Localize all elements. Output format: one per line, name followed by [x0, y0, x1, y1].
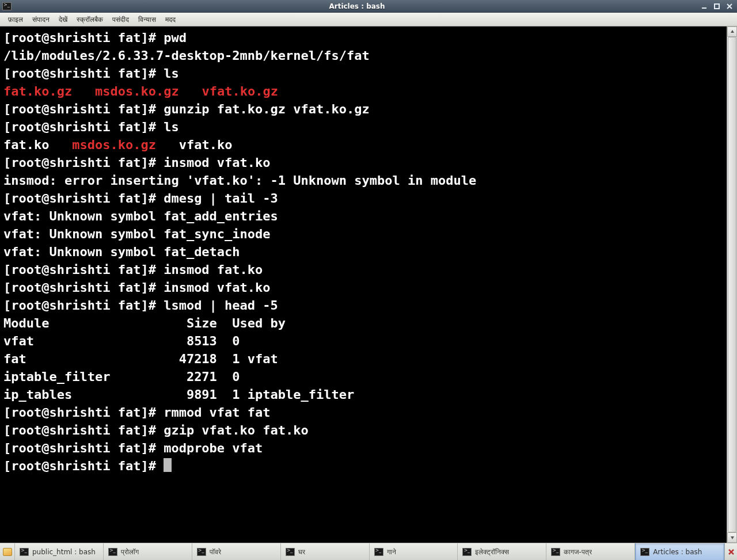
taskbar-item-label: Articles : bash: [653, 548, 702, 556]
terminal-line: [root@shrishti fat]# insmod fat.ko: [3, 261, 727, 279]
menu-item-6[interactable]: मदद: [161, 14, 180, 25]
terminal-text: [root@shrishti fat]# rmmod vfat fat: [3, 405, 271, 420]
terminal-text: /lib/modules/2.6.33.7-desktop-2mnb/kerne…: [3, 48, 370, 63]
menu-item-0[interactable]: फ़ाइल: [3, 14, 28, 25]
taskbar-item-1[interactable]: प्रोलॉग: [104, 543, 192, 560]
show-desktop-button[interactable]: [0, 543, 15, 560]
minimize-button[interactable]: [699, 2, 709, 11]
svg-marker-5: [731, 536, 734, 539]
scroll-thumb[interactable]: [728, 37, 736, 532]
taskbar-item-label: public_html : bash: [32, 548, 96, 556]
terminal-text: [root@shrishti fat]# insmod vfat.ko: [3, 280, 271, 295]
menu-item-2[interactable]: देखें: [54, 14, 72, 25]
terminal-line: [root@shrishti fat]#: [3, 457, 727, 475]
taskbar-item-label: गाने: [387, 548, 396, 556]
menu-item-3[interactable]: स्क्रॉलबैक: [72, 14, 108, 25]
vertical-scrollbar[interactable]: [727, 26, 737, 543]
terminal-text: [root@shrishti fat]# insmod vfat.ko: [3, 155, 271, 170]
terminal-text: fat.ko.gz: [3, 84, 72, 98]
terminal-text: [root@shrishti fat]# lsmod | head -5: [3, 298, 278, 313]
terminal[interactable]: [root@shrishti fat]# pwd/lib/modules/2.6…: [0, 26, 727, 543]
terminal-line: [root@shrishti fat]# ls: [3, 64, 727, 82]
terminal-text: vfat 8513 0: [3, 334, 240, 348]
terminal-line: insmod: error inserting 'vfat.ko': -1 Un…: [3, 172, 727, 189]
terminal-text: vfat: Unknown symbol fat_detach: [3, 245, 240, 259]
maximize-button[interactable]: [712, 2, 722, 11]
terminal-line: vfat: Unknown symbol fat_detach: [3, 243, 727, 261]
terminal-line: ip_tables 9891 1 iptable_filter: [3, 386, 727, 403]
terminal-area: [root@shrishti fat]# pwd/lib/modules/2.6…: [0, 26, 737, 543]
terminal-icon: [374, 548, 383, 556]
desktop-icon: [3, 548, 12, 556]
terminal-icon: [462, 548, 472, 556]
terminal-text: [root@shrishti fat]# ls: [3, 66, 179, 81]
terminal-text: msdos.ko.gz: [95, 84, 179, 98]
terminal-text: Module Size Used by: [3, 316, 286, 330]
window-title: Articles : bash: [15, 2, 699, 10]
terminal-line: [root@shrishti fat]# gzip vfat.ko fat.ko: [3, 421, 727, 439]
terminal-text: ip_tables 9891 1 iptable_filter: [3, 387, 354, 402]
terminal-text: vfat.ko.gz: [202, 84, 278, 98]
taskbar-item-label: प्रोलॉग: [121, 548, 139, 556]
menu-item-4[interactable]: पसंदीद: [108, 14, 134, 25]
taskbar-close-button[interactable]: [724, 543, 737, 560]
menubar: फ़ाइलसंपादनदेखेंस्क्रॉलबैकपसंदीदविन्यासम…: [0, 13, 737, 26]
taskbar-item-4[interactable]: गाने: [370, 543, 458, 560]
taskbar-item-0[interactable]: public_html : bash: [15, 543, 104, 560]
scroll-down-button[interactable]: [727, 532, 737, 543]
terminal-line: iptable_filter 2271 0: [3, 368, 727, 386]
terminal-line: [root@shrishti fat]# modprobe vfat: [3, 439, 727, 457]
terminal-text: vfat: Unknown symbol fat_add_entries: [3, 209, 278, 223]
taskbar-item-6[interactable]: कागज-पत्र: [546, 543, 635, 560]
close-button[interactable]: [724, 2, 735, 11]
terminal-icon: [640, 548, 649, 556]
terminal-icon: [551, 548, 560, 556]
taskbar-item-label: कागज-पत्र: [564, 548, 591, 556]
terminal-line: [root@shrishti fat]# lsmod | head -5: [3, 296, 727, 314]
taskbar-item-3[interactable]: घर: [281, 543, 370, 560]
terminal-text: iptable_filter 2271 0: [3, 369, 240, 384]
menu-item-1[interactable]: संपादन: [28, 14, 54, 25]
terminal-text: [root@shrishti fat]# gunzip fat.ko.gz vf…: [3, 102, 370, 116]
terminal-text: [root@shrishti fat]#: [3, 459, 164, 473]
scroll-track[interactable]: [727, 37, 737, 532]
taskbar-item-label: इलेक्ट्रॉनिक्स: [475, 548, 509, 556]
terminal-line: fat 47218 1 vfat: [3, 350, 727, 368]
terminal-icon: [197, 548, 206, 556]
terminal-line: [root@shrishti fat]# insmod vfat.ko: [3, 279, 727, 296]
terminal-icon: [20, 548, 29, 556]
scroll-up-button[interactable]: [727, 26, 737, 37]
taskbar: public_html : bashप्रोलॉगपॉवरेघरगानेइलेक…: [0, 543, 737, 560]
terminal-line: fat.ko msdos.ko.gz vfat.ko: [3, 136, 727, 154]
terminal-line: vfat: Unknown symbol fat_sync_inode: [3, 225, 727, 243]
terminal-line: [root@shrishti fat]# dmesg | tail -3: [3, 189, 727, 207]
terminal-line: [root@shrishti fat]# ls: [3, 118, 727, 136]
taskbar-item-7[interactable]: Articles : bash: [635, 543, 724, 560]
cursor: [164, 458, 172, 472]
titlebar: Articles : bash: [0, 0, 737, 13]
terminal-line: vfat: Unknown symbol fat_add_entries: [3, 207, 727, 225]
taskbar-item-label: घर: [298, 548, 305, 556]
terminal-text: fat 47218 1 vfat: [3, 352, 278, 366]
taskbar-item-5[interactable]: इलेक्ट्रॉनिक्स: [458, 543, 546, 560]
svg-rect-1: [715, 4, 719, 9]
terminal-text: fat.ko: [3, 138, 72, 152]
terminal-icon: [108, 548, 117, 556]
terminal-line: fat.ko.gz msdos.ko.gz vfat.ko.gz: [3, 82, 727, 100]
terminal-icon: [2, 2, 12, 10]
terminal-line: [root@shrishti fat]# insmod vfat.ko: [3, 154, 727, 172]
menu-item-5[interactable]: विन्यास: [134, 14, 161, 25]
terminal-text: [root@shrishti fat]# ls: [3, 120, 179, 134]
terminal-text: [root@shrishti fat]# insmod fat.ko: [3, 262, 263, 277]
terminal-text: vfat: Unknown symbol fat_sync_inode: [3, 227, 271, 241]
window-controls: [699, 2, 735, 11]
terminal-text: [root@shrishti fat]# gzip vfat.ko fat.ko: [3, 423, 309, 437]
taskbar-item-2[interactable]: पॉवरे: [192, 543, 281, 560]
terminal-text: insmod: error inserting 'vfat.ko': -1 Un…: [3, 173, 476, 188]
terminal-line: [root@shrishti fat]# pwd: [3, 29, 727, 47]
terminal-line: /lib/modules/2.6.33.7-desktop-2mnb/kerne…: [3, 47, 727, 64]
terminal-line: Module Size Used by: [3, 314, 727, 332]
terminal-line: [root@shrishti fat]# gunzip fat.ko.gz vf…: [3, 100, 727, 118]
terminal-text: vfat.ko: [156, 138, 232, 152]
taskbar-item-label: पॉवरे: [210, 548, 221, 556]
